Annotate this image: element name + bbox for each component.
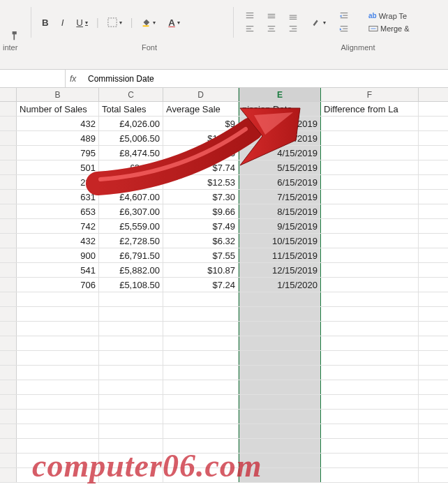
cell[interactable] (163, 307, 239, 321)
bold-button[interactable]: B (38, 15, 53, 31)
cell[interactable] (239, 292, 321, 306)
row-header[interactable] (0, 175, 17, 189)
cell[interactable]: $7.24 (163, 278, 239, 292)
cell[interactable] (321, 278, 419, 292)
column-header-D[interactable]: D (163, 88, 239, 101)
cell[interactable]: $7.30 (163, 190, 239, 204)
cell[interactable] (321, 263, 419, 277)
cell[interactable] (163, 336, 239, 350)
cell[interactable]: 795 (17, 146, 99, 160)
format-painter-button[interactable] (6, 28, 24, 43)
cell[interactable]: 3/15/2019 (239, 131, 321, 145)
cell[interactable] (17, 468, 99, 482)
align-middle-button[interactable] (262, 10, 281, 22)
cell[interactable] (321, 410, 419, 424)
cell[interactable]: 4/15/2019 (239, 146, 321, 160)
cell[interactable] (17, 336, 99, 350)
cell[interactable]: £3,8 00 (99, 160, 163, 174)
cell[interactable]: Total Sales (99, 102, 163, 116)
cell[interactable]: 706 (17, 278, 99, 292)
cell[interactable]: 2/15/2019 (239, 117, 321, 130)
cell[interactable] (321, 439, 419, 453)
cell[interactable] (321, 468, 419, 482)
orientation-button[interactable]: ▾ (307, 15, 330, 30)
cell[interactable] (321, 160, 419, 174)
cell[interactable] (17, 366, 99, 380)
cell[interactable]: 541 (17, 263, 99, 277)
cell[interactable] (163, 380, 239, 394)
cell[interactable] (239, 380, 321, 394)
cell[interactable] (321, 424, 419, 438)
cell[interactable]: 742 (17, 219, 99, 233)
column-header-B[interactable]: B (17, 88, 99, 101)
cell[interactable] (17, 292, 99, 306)
cell[interactable] (321, 234, 419, 248)
cell[interactable]: 5/15/2019 (239, 160, 321, 174)
cell[interactable] (17, 424, 99, 438)
align-center-button[interactable] (262, 23, 281, 36)
cell[interactable] (321, 131, 419, 145)
cell[interactable]: £2,728.50 (99, 234, 163, 248)
cell[interactable]: $9 (163, 117, 239, 130)
cell[interactable] (163, 424, 239, 438)
cell[interactable] (321, 248, 419, 262)
row-header[interactable] (0, 204, 17, 218)
cell[interactable] (163, 292, 239, 306)
cell[interactable]: $12.53 (163, 175, 239, 189)
cell[interactable]: Number of Sales (17, 102, 99, 116)
cell[interactable]: 6/15/2019 (239, 175, 321, 189)
cell[interactable] (321, 395, 419, 409)
name-box[interactable] (0, 70, 66, 87)
cell[interactable]: 7/15/2019 (239, 190, 321, 204)
cell[interactable]: $7.49 (163, 219, 239, 233)
cell[interactable] (239, 336, 321, 350)
border-button[interactable]: ▾ (103, 15, 126, 30)
cell[interactable]: 8/15/2019 (239, 204, 321, 218)
row-header[interactable] (0, 468, 17, 482)
cell[interactable] (163, 322, 239, 336)
align-top-button[interactable] (240, 10, 260, 22)
row-header[interactable] (0, 190, 17, 204)
cell[interactable] (321, 366, 419, 380)
cell[interactable]: £6,307.00 (99, 204, 163, 218)
cell[interactable] (17, 351, 99, 365)
cell[interactable] (99, 336, 163, 350)
cell[interactable] (99, 351, 163, 365)
cell[interactable]: 12/15/2019 (239, 263, 321, 277)
cell[interactable] (321, 175, 419, 189)
row-header[interactable] (0, 131, 17, 145)
cell[interactable] (99, 454, 163, 467)
cell[interactable]: £5,882.00 (99, 263, 163, 277)
row-header[interactable] (0, 278, 17, 292)
cell[interactable]: 234 (17, 175, 99, 189)
cell[interactable]: 10/15/2019 (239, 234, 321, 248)
cell[interactable] (239, 322, 321, 336)
cell[interactable] (321, 117, 419, 130)
cell[interactable]: £4,026.00 (99, 117, 163, 130)
cell[interactable] (321, 307, 419, 321)
cell[interactable] (99, 424, 163, 438)
fill-color-button[interactable]: ▾ (137, 15, 160, 30)
cell[interactable] (17, 410, 99, 424)
row-header[interactable] (0, 292, 17, 306)
row-header[interactable] (0, 307, 17, 321)
align-right-button[interactable] (283, 23, 303, 36)
cell[interactable] (321, 454, 419, 467)
italic-button[interactable]: I (57, 15, 68, 31)
row-header[interactable] (0, 336, 17, 350)
cell[interactable] (17, 380, 99, 394)
cell[interactable]: 432 (17, 234, 99, 248)
cell[interactable]: $10.87 (163, 263, 239, 277)
cell[interactable] (99, 292, 163, 306)
row-header[interactable] (0, 424, 17, 438)
cell[interactable] (163, 468, 239, 482)
cell[interactable]: 11/15/2019 (239, 248, 321, 262)
cell[interactable]: £2,932.50 (99, 175, 163, 189)
row-header[interactable] (0, 454, 17, 467)
cell[interactable] (321, 322, 419, 336)
row-header[interactable] (0, 380, 17, 394)
column-header-E[interactable]: E (239, 88, 321, 101)
cell[interactable] (321, 380, 419, 394)
cell[interactable]: Difference from La (321, 102, 419, 116)
column-header-F[interactable]: F (321, 88, 419, 101)
